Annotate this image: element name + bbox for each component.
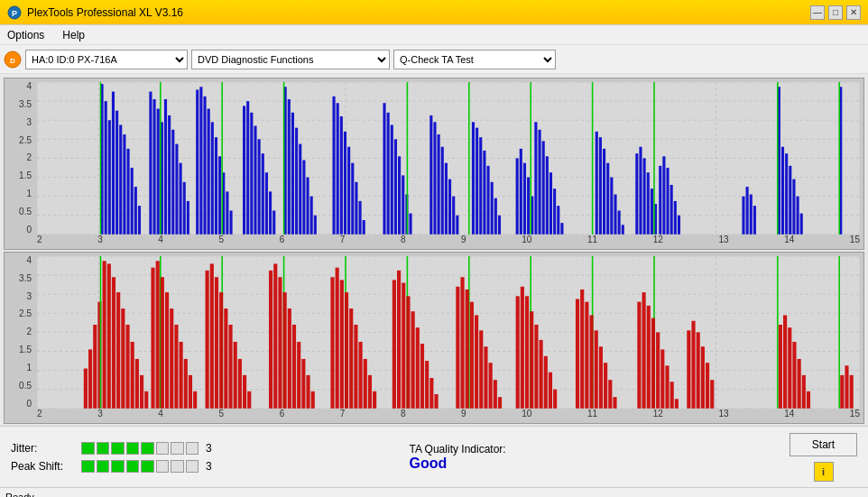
svg-rect-208 [156, 261, 160, 409]
svg-rect-136 [610, 178, 613, 235]
svg-rect-162 [792, 179, 795, 235]
svg-rect-263 [460, 277, 464, 409]
svg-rect-84 [340, 116, 343, 235]
jitter-row: Jitter: 3 [11, 442, 392, 455]
svg-rect-130 [560, 223, 563, 235]
svg-rect-91 [383, 103, 385, 235]
svg-rect-290 [608, 380, 612, 409]
svg-rect-305 [701, 346, 705, 409]
menu-bar: Options Help [0, 25, 868, 45]
svg-rect-211 [170, 308, 173, 409]
svg-rect-222 [224, 308, 227, 409]
svg-rect-68 [262, 153, 264, 235]
menu-options[interactable]: Options [4, 27, 48, 43]
svg-rect-267 [479, 330, 483, 409]
svg-rect-251 [397, 271, 401, 409]
close-button[interactable]: ✕ [846, 5, 861, 20]
status-bar: Ready [0, 487, 868, 497]
svg-rect-103 [441, 147, 444, 235]
svg-rect-112 [483, 151, 485, 235]
svg-rect-255 [411, 311, 415, 409]
svg-rect-92 [387, 113, 390, 235]
svg-rect-120 [527, 178, 530, 235]
svg-rect-203 [135, 359, 139, 409]
svg-rect-282 [576, 299, 579, 408]
bottom-chart-container: 4 3.5 3 2.5 2 1.5 1 0.5 0 [4, 252, 864, 424]
svg-rect-69 [265, 172, 268, 235]
svg-rect-250 [392, 280, 396, 408]
svg-rect-269 [489, 363, 493, 409]
svg-rect-206 [151, 267, 154, 408]
svg-rect-87 [351, 163, 354, 235]
svg-rect-37 [134, 187, 137, 235]
svg-rect-280 [549, 373, 552, 409]
svg-rect-111 [479, 137, 482, 235]
drive-section: D HA:0 ID:0 PX-716A [4, 50, 188, 69]
svg-rect-301 [675, 399, 679, 409]
info-button[interactable]: i [814, 462, 834, 482]
svg-rect-314 [802, 375, 806, 409]
svg-rect-73 [288, 99, 291, 235]
svg-rect-306 [706, 363, 709, 409]
ps-seg-2 [97, 460, 110, 473]
svg-rect-278 [540, 340, 543, 409]
status-text: Ready [5, 492, 34, 498]
jitter-label: Jitter: [11, 442, 74, 455]
start-button[interactable]: Start [790, 433, 857, 456]
menu-help[interactable]: Help [59, 27, 88, 43]
test-select[interactable]: Q-Check TA Test [393, 50, 556, 69]
jitter-value: 3 [206, 442, 220, 455]
toolbar: D HA:0 ID:0 PX-716A DVD Diagnostic Funct… [0, 45, 868, 74]
svg-rect-133 [599, 137, 602, 235]
svg-rect-205 [144, 391, 148, 409]
svg-rect-67 [258, 139, 261, 235]
ps-seg-3 [111, 460, 125, 473]
svg-rect-273 [521, 287, 524, 409]
jitter-seg-8 [186, 442, 199, 455]
svg-rect-31 [112, 92, 115, 235]
svg-rect-285 [585, 301, 588, 408]
svg-rect-192 [88, 349, 92, 408]
svg-rect-164 [800, 214, 803, 235]
top-chart-y-axis: 4 3.5 3 2.5 2 1.5 1 0.5 0 [5, 82, 33, 235]
svg-rect-113 [486, 166, 489, 235]
svg-rect-219 [210, 263, 214, 408]
jitter-seg-5 [141, 442, 154, 455]
svg-rect-56 [211, 122, 214, 234]
svg-rect-90 [363, 220, 365, 235]
svg-rect-32 [115, 111, 118, 235]
svg-rect-232 [283, 292, 287, 409]
svg-rect-245 [354, 325, 357, 409]
svg-rect-228 [269, 271, 272, 409]
svg-rect-257 [420, 344, 424, 409]
svg-rect-86 [347, 147, 350, 235]
svg-rect-199 [116, 292, 120, 409]
svg-rect-123 [534, 122, 537, 234]
drive-select[interactable]: HA:0 ID:0 PX-716A [25, 50, 188, 69]
ps-seg-4 [126, 460, 140, 473]
peak-shift-value: 3 [206, 460, 220, 473]
svg-rect-61 [229, 210, 232, 234]
svg-rect-54 [203, 97, 206, 235]
svg-rect-107 [456, 216, 458, 235]
svg-rect-144 [651, 189, 653, 235]
minimize-button[interactable]: — [810, 5, 825, 20]
svg-rect-138 [618, 210, 621, 234]
svg-rect-49 [183, 182, 186, 235]
svg-rect-298 [660, 349, 664, 408]
svg-rect-132 [596, 132, 598, 235]
maximize-button[interactable]: □ [828, 5, 843, 20]
svg-rect-104 [445, 163, 448, 235]
svg-rect-100 [429, 115, 432, 235]
svg-rect-200 [121, 308, 125, 409]
svg-rect-125 [542, 141, 545, 234]
svg-rect-89 [359, 201, 362, 235]
function-select[interactable]: DVD Diagnostic Functions [191, 50, 390, 69]
svg-rect-143 [647, 172, 650, 235]
svg-rect-246 [359, 342, 363, 409]
svg-rect-150 [670, 185, 673, 235]
svg-rect-149 [666, 168, 669, 235]
svg-rect-142 [643, 158, 646, 234]
title-bar: P PlexTools Professional XL V3.16 — □ ✕ [0, 0, 868, 25]
svg-rect-260 [434, 394, 438, 409]
